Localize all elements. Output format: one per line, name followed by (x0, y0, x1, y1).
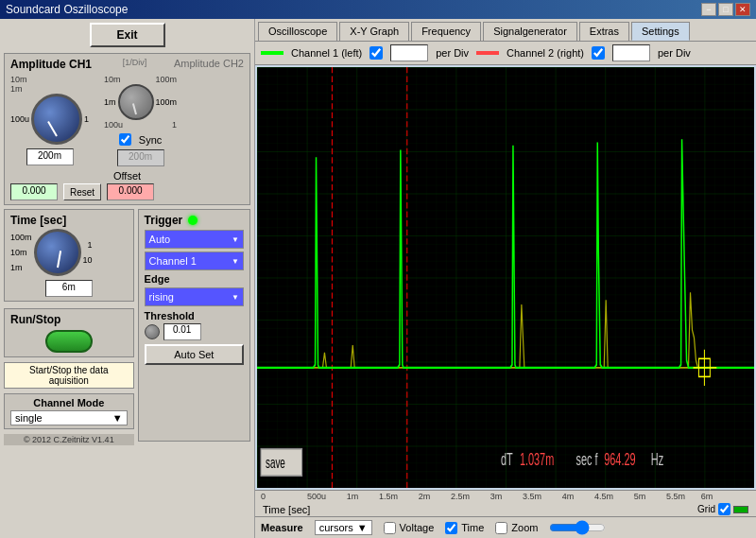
tick-1m: 1m (335, 492, 370, 501)
oscilloscope-screen: dT 1.037m sec f 964.29 Hz save (257, 67, 754, 488)
ch2-amplitude-knob[interactable] (118, 84, 154, 120)
time-measure-label: Time (461, 522, 484, 533)
tab-oscilloscope[interactable]: Oscilloscope (258, 22, 337, 41)
tick-5m: 5m (622, 492, 658, 501)
time-runstop-col: Time [sec] 100m 10m 1m (4, 209, 134, 445)
run-stop-button[interactable] (45, 330, 93, 353)
time-label-100m: 100m (10, 233, 32, 242)
tick-4-5m: 4.5m (586, 492, 622, 501)
offset-label: Offset (10, 170, 244, 182)
tab-xy-graph[interactable]: X-Y Graph (339, 22, 409, 41)
time-axis-label: Time [sec] (263, 504, 310, 515)
tab-extras[interactable]: Extras (579, 22, 629, 41)
ch2-checkbox[interactable] (592, 46, 605, 60)
threshold-label: Threshold (145, 310, 244, 321)
copyright-text: © 2012 C.Zeitnitz V1.41 (4, 434, 134, 445)
ch1-per-div-input[interactable]: 200m (390, 44, 428, 61)
ch1-label-1: 1 (84, 114, 89, 124)
time-labels-right: 1 10 (83, 240, 93, 265)
trigger-auto-dropdown[interactable]: Auto ▼ (145, 230, 244, 249)
ch2-offset-input[interactable]: 0.000 (107, 183, 154, 200)
tick-500u: 500u (299, 492, 335, 501)
sync-label: Sync (139, 134, 162, 146)
sync-checkbox[interactable] (119, 133, 131, 146)
time-title: Time [sec] (10, 214, 128, 227)
ch2-channel-label: Channel 2 (right) (507, 47, 584, 59)
threshold-knob[interactable] (145, 324, 160, 339)
tick-4m: 4m (550, 492, 586, 501)
run-stop-title: Run/Stop (10, 313, 128, 326)
time-knob[interactable] (34, 229, 81, 276)
tick-2-5m: 2.5m (442, 492, 478, 501)
time-tick-row: 0 500u 1m 1.5m 2m 2.5m 3m 3.5m 4m 4.5m 5… (257, 492, 754, 501)
minimize-button[interactable]: − (701, 3, 716, 16)
reset-button[interactable]: Reset (63, 183, 101, 200)
threshold-section: Threshold 0.01 (145, 310, 244, 340)
ch2-per-div-label: per Div (658, 47, 691, 59)
tab-settings[interactable]: Settings (631, 22, 690, 41)
time-label-10m: 10m (10, 248, 27, 257)
voltage-label: Voltage (400, 522, 435, 533)
close-button[interactable]: ✕ (735, 3, 750, 16)
ch1-label-10m: 10m (10, 75, 27, 84)
time-labels-left: 100m 10m 1m (10, 233, 32, 272)
time-measure: Time (445, 522, 484, 534)
trigger-section: Trigger Auto ▼ Channel 1 ▼ Edge rising ▼ (138, 209, 250, 442)
tab-frequency[interactable]: Frequency (411, 22, 481, 41)
exit-button[interactable]: Exit (90, 23, 165, 47)
ch1-amplitude-knob[interactable] (31, 94, 82, 145)
channel-mode-title: Channel Mode (10, 397, 128, 408)
auto-set-button[interactable]: Auto Set (145, 344, 244, 365)
app-title: Soundcard Oszilloscope (6, 3, 128, 16)
voltage-checkbox[interactable] (384, 522, 396, 534)
ch2-per-div-input[interactable]: 200m (612, 44, 650, 61)
trigger-ch1-dropdown[interactable]: Channel 1 ▼ (145, 252, 244, 270)
title-bar: Soundcard Oszilloscope − □ ✕ (0, 0, 756, 19)
tick-1-5m: 1.5m (370, 492, 406, 501)
ch2-label-100u: 100u (104, 120, 123, 130)
time-checkbox[interactable] (445, 522, 457, 534)
ch2-label-10m: 10m (104, 75, 121, 84)
svg-text:save: save (266, 455, 285, 472)
ch1-value-input[interactable]: 200m (26, 148, 74, 165)
zoom-checkbox[interactable] (495, 522, 507, 534)
trigger-ch1-arrow-icon: ▼ (232, 257, 239, 266)
ch1-per-div-label: per Div (436, 47, 469, 59)
zoom-slider[interactable] (549, 520, 606, 535)
trigger-edge-dropdown[interactable]: rising ▼ (145, 287, 244, 306)
measure-bar: Measure cursors ▼ Voltage Time Zoom (255, 516, 756, 538)
div-label: [1/Div] (123, 58, 147, 71)
trigger-led (188, 216, 198, 225)
time-value-input[interactable]: 6m (45, 280, 93, 297)
ch1-offset-input[interactable]: 0.000 (10, 183, 58, 200)
tick-6m: 6m (694, 492, 720, 501)
amplitude-section: Amplitude CH1 [1/Div] Amplitude CH2 10m … (4, 53, 250, 205)
time-label-10: 10 (83, 255, 93, 265)
grid-checkbox[interactable] (718, 503, 730, 515)
maximize-button[interactable]: □ (718, 3, 733, 16)
zoom-label: Zoom (511, 522, 538, 533)
tick-3-5m: 3.5m (514, 492, 550, 501)
channel-mode-dropdown[interactable]: single ▼ (10, 410, 128, 425)
tab-signalgenerator[interactable]: Signalgenerator (483, 22, 577, 41)
threshold-value-input[interactable]: 0.01 (163, 323, 201, 340)
measure-mode-dropdown[interactable]: cursors ▼ (315, 520, 372, 535)
channel-mode-value: single (15, 412, 43, 424)
ch2-label-1: 1 (172, 120, 177, 130)
trigger-ch1-label: Channel 1 (149, 255, 197, 267)
tick-0: 0 (261, 492, 299, 501)
ch2-color-indicator (476, 51, 499, 55)
grid-control: Grid (697, 503, 748, 515)
measure-label: Measure (261, 522, 303, 533)
ch1-channel-label: Channel 1 (left) (291, 47, 362, 59)
ch2-value-input[interactable]: 200m (117, 149, 164, 166)
ch2-label-100m: 100m (156, 75, 178, 84)
grid-color-indicator (733, 506, 748, 513)
left-panel: Exit Amplitude CH1 [1/Div] Amplitude CH2… (0, 19, 255, 538)
ch1-checkbox[interactable] (369, 46, 383, 60)
ch2-label-100m-b: 100m (156, 97, 178, 107)
ch1-knob-group: 10m 1m 100u 1 200m (10, 75, 89, 166)
time-section: Time [sec] 100m 10m 1m (4, 209, 134, 302)
time-knob-container (34, 229, 81, 276)
voltage-measure: Voltage (384, 522, 435, 534)
